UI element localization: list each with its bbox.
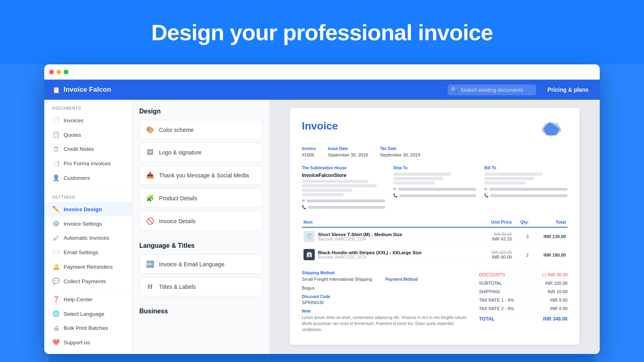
col-unit-price: Unit Price bbox=[479, 217, 513, 227]
sidebar-label-customers: Customers bbox=[64, 175, 90, 181]
ship-line-2 bbox=[393, 177, 443, 180]
color-scheme-item[interactable]: 🎨 Color scheme bbox=[139, 120, 263, 140]
bill-phone: 📞 bbox=[484, 193, 568, 197]
item-1-qty: 3 bbox=[514, 227, 530, 246]
sidebar-item-automatic-invoices[interactable]: 🖊 Automatic Invoices bbox=[44, 231, 132, 245]
addr-line-2 bbox=[302, 184, 377, 187]
sidebar-label-automatic-invoices: Automatic Invoices bbox=[64, 235, 109, 241]
invoice-issue-date-meta: Issue Date September 30, 2019 bbox=[328, 146, 368, 158]
phone-icon: 📞 bbox=[302, 205, 306, 209]
invoice-email-language-label: Invoice & Email Language bbox=[159, 261, 225, 267]
sidebar-item-support-us[interactable]: ❤️ Support us bbox=[44, 335, 132, 350]
item-2-total: INR 180.00 bbox=[530, 246, 568, 264]
addr-line-4 bbox=[302, 193, 343, 196]
app-logo: 📋 Invoice Falcon bbox=[52, 86, 111, 94]
total-value: INR 348.00 bbox=[543, 316, 568, 322]
discount-code-label: Discount Code bbox=[302, 294, 471, 299]
bulk-print-icon: 🖨 bbox=[52, 325, 60, 331]
sidebar-item-bulk-print[interactable]: 🖨 Bulk Print Batches bbox=[44, 321, 132, 335]
item-2-image: 👔 bbox=[303, 249, 315, 260]
maximize-button[interactable] bbox=[64, 70, 68, 74]
search-input[interactable] bbox=[448, 84, 536, 95]
sidebar-item-invoices[interactable]: 📄 Invoices bbox=[44, 113, 132, 128]
item-2-name: Black Hoodie with Stripes (XXL) - XXLarg… bbox=[318, 250, 422, 255]
invoice-number-label: Invoice bbox=[302, 146, 316, 151]
invoice-details-item[interactable]: 🚫 Invoice Details bbox=[139, 211, 263, 231]
item-1-price: INR 43.33 bbox=[480, 237, 512, 241]
product-details-icon: 🧩 bbox=[146, 194, 154, 202]
bill-line-2 bbox=[484, 177, 534, 180]
thank-you-label: Thank you Message & Social Media bbox=[159, 172, 249, 179]
sidebar-item-customers[interactable]: 👤 Customers bbox=[44, 171, 132, 185]
logo-icon: 📋 bbox=[52, 86, 60, 94]
item-2-price: INR 90.00 bbox=[480, 255, 512, 259]
sidebar-item-select-language[interactable]: 🌐 Select Language bbox=[44, 306, 132, 321]
from-label: The Sublimation House bbox=[302, 166, 385, 170]
bill-line-1 bbox=[484, 173, 543, 176]
invoice-settings-icon: ⚙️ bbox=[52, 220, 60, 227]
invoice-logo bbox=[539, 120, 568, 140]
tax1-row: TAX RATE 1 - 9% INR 9.00 bbox=[479, 296, 568, 304]
sidebar-item-payment-reminders[interactable]: 🔔 Payment Reminders bbox=[44, 259, 132, 274]
proforma-icon: 📑 bbox=[52, 160, 60, 167]
minimize-button[interactable] bbox=[56, 70, 61, 74]
color-scheme-label: Color scheme bbox=[159, 127, 194, 133]
invoice-preview-panel: Invoice Invoice #1006 bbox=[270, 100, 600, 354]
pricing-plans-button[interactable]: Pricing & plans bbox=[544, 85, 592, 95]
invoice-totals: DISCOUNTS (-) INR 30.00 SUBTOTAL INR 320… bbox=[479, 271, 568, 333]
sidebar-label-payment-reminders: Payment Reminders bbox=[64, 264, 113, 270]
search-wrap: 🔍 bbox=[448, 84, 536, 95]
from-address: The Sublimation House InvoiceFalconStore… bbox=[302, 166, 385, 209]
sidebar-item-proforma[interactable]: 📑 Pro Forma Invoices bbox=[44, 156, 132, 171]
email-icon: ✉ bbox=[302, 199, 305, 203]
ship-phone-icon: 📞 bbox=[393, 193, 398, 197]
sidebar-item-invoice-settings[interactable]: ⚙️ Invoice Settings bbox=[44, 216, 132, 231]
sidebar-label-invoice-settings: Invoice Settings bbox=[64, 221, 102, 227]
titles-labels-item[interactable]: H Titles & Labels bbox=[139, 277, 263, 296]
sidebar-item-email-settings[interactable]: ✉️ Email Settings bbox=[44, 245, 132, 259]
invoice-design-icon: ✏️ bbox=[52, 206, 60, 213]
item-2-qty: 2 bbox=[514, 246, 530, 264]
invoice-meta: Invoice #1006 Issue Date September 30, 2… bbox=[302, 146, 568, 158]
from-name: InvoiceFalconStore bbox=[302, 173, 385, 178]
invoice-addresses: The Sublimation House InvoiceFalconStore… bbox=[302, 166, 568, 209]
sidebar-item-invoice-design[interactable]: ✏️ Invoice Design bbox=[44, 202, 132, 216]
col-total: Total bbox=[530, 217, 568, 227]
hero-title: Design your professional invoice bbox=[151, 19, 493, 45]
documents-section-label: DOCUMENTS bbox=[44, 100, 132, 113]
product-details-label: Product Details bbox=[159, 195, 197, 202]
close-button[interactable] bbox=[49, 70, 54, 74]
window-titlebar bbox=[44, 64, 600, 80]
thank-you-item[interactable]: 📤 Thank you Message & Social Media bbox=[139, 165, 263, 185]
invoice-title: Invoice bbox=[302, 120, 338, 132]
item-2-price-cell: INR 100.00 INR 90.00 bbox=[479, 246, 513, 264]
sidebar-label-quotes: Quotes bbox=[64, 132, 81, 138]
product-details-item[interactable]: 🧩 Product Details bbox=[139, 188, 263, 208]
payment-reminders-icon: 🔔 bbox=[52, 263, 60, 270]
item-2-barcode: Barcode: BARCODE_5678 bbox=[318, 255, 422, 259]
bill-phone-line bbox=[490, 194, 568, 197]
sidebar-item-help-center[interactable]: ❓ Help Center bbox=[44, 292, 132, 306]
invoice-email-language-item[interactable]: 🔤 Invoice & Email Language bbox=[139, 254, 263, 274]
app-name: Invoice Falcon bbox=[64, 86, 111, 94]
invoice-issue-date-label: Issue Date bbox=[328, 146, 368, 151]
sidebar-label-invoices: Invoices bbox=[64, 117, 84, 123]
total-label: TOTAL bbox=[479, 316, 495, 322]
ship-email-line bbox=[398, 188, 477, 191]
col-qty: Qty. bbox=[514, 217, 530, 227]
shipping-label: SHIPPING bbox=[479, 289, 500, 294]
logo-signature-item[interactable]: 🖼 Logo & signature bbox=[139, 143, 263, 162]
invoice-tax-date-label: Tax Date bbox=[380, 146, 420, 151]
invoice-footer-left: Shipping Method Small Freight Internatio… bbox=[302, 271, 471, 333]
note-text: Lorem ipsum dolor sit amet, consectetur … bbox=[302, 315, 471, 333]
item-1-barcode: Barcode: BARCODE_1234 bbox=[318, 237, 402, 241]
payment-method-label: Payment Method bbox=[386, 277, 418, 282]
item-1-orig-price: INR 80.00 bbox=[480, 232, 512, 237]
sidebar-item-collect-payments[interactable]: 💬 Collect Payments bbox=[44, 274, 132, 288]
item-1-total: INR 130.00 bbox=[530, 227, 568, 246]
item-2-orig-price: INR 100.00 bbox=[480, 250, 512, 255]
sidebar-item-credit-notes[interactable]: 🗒 Credit Notes bbox=[44, 142, 132, 156]
tax2-row: TAX RATE 2 - 9% INR 9.00 bbox=[479, 304, 568, 313]
logo-signature-icon: 🖼 bbox=[146, 149, 154, 156]
sidebar-item-quotes[interactable]: 📋 Quotes bbox=[44, 128, 132, 142]
